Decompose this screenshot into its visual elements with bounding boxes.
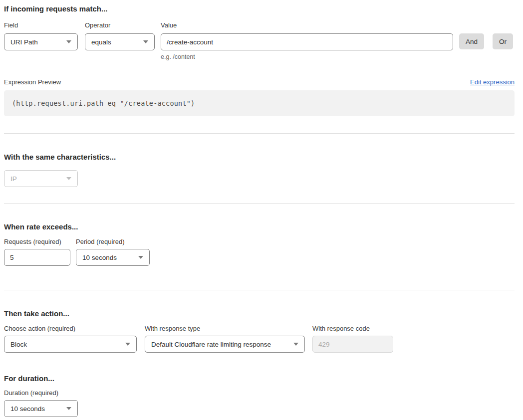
expression-preview-header: Expression Preview Edit expression — [4, 78, 515, 86]
operator-select-value: equals — [91, 38, 111, 46]
action-select-value: Block — [10, 341, 27, 348]
action-controls-row: Choose action (required) Block With resp… — [4, 325, 515, 353]
expression-preview-text: (http.request.uri.path eq "/create-accou… — [12, 99, 195, 107]
period-select-value: 10 seconds — [82, 254, 117, 261]
caret-down-icon — [66, 407, 71, 410]
or-button[interactable]: Or — [493, 33, 513, 49]
operator-label: Operator — [85, 21, 155, 29]
characteristic-select-value: IP — [10, 175, 17, 183]
period-label: Period (required) — [76, 238, 150, 246]
section-divider — [4, 203, 515, 204]
and-button[interactable]: And — [459, 33, 484, 49]
section-heading-rate: When rate exceeds... — [4, 222, 515, 232]
section-heading-action: Then take action... — [4, 309, 515, 319]
edit-expression-link[interactable]: Edit expression — [470, 78, 515, 86]
response-code-input[interactable] — [312, 336, 393, 353]
connector-buttons: And Or — [459, 33, 513, 49]
response-code-label: With response code — [312, 325, 393, 333]
caret-down-icon — [143, 40, 148, 43]
caret-down-icon — [66, 40, 71, 43]
duration-select-value: 10 seconds — [10, 405, 45, 413]
section-heading-duration: For duration... — [4, 374, 515, 384]
section-heading-incoming-requests: If incoming requests match... — [4, 4, 515, 14]
choose-action-label: Choose action (required) — [4, 325, 137, 333]
field-label: Field — [4, 21, 78, 29]
expression-preview-label: Expression Preview — [4, 78, 61, 86]
action-select[interactable]: Block — [4, 336, 137, 353]
section-divider — [4, 133, 515, 134]
caret-down-icon — [293, 343, 298, 346]
response-type-select-value: Default Cloudflare rate limiting respons… — [151, 341, 271, 348]
rate-controls-row: Requests (required) Period (required) 10… — [4, 238, 515, 266]
field-select-value: URI Path — [10, 38, 38, 46]
rate-limiting-rule-form: If incoming requests match... Field URI … — [4, 4, 515, 417]
value-input[interactable] — [161, 33, 453, 50]
field-select[interactable]: URI Path — [4, 33, 78, 50]
response-type-select[interactable]: Default Cloudflare rate limiting respons… — [145, 336, 305, 353]
match-expression-row: Field URI Path Operator equals Value e.g… — [4, 21, 515, 61]
expression-preview-box: (http.request.uri.path eq "/create-accou… — [4, 90, 515, 116]
characteristic-select[interactable]: IP — [4, 170, 78, 187]
value-helper-text: e.g. /content — [161, 53, 453, 61]
duration-select[interactable]: 10 seconds — [4, 400, 78, 417]
section-divider — [4, 290, 515, 290]
response-type-label: With response type — [145, 325, 305, 333]
duration-label: Duration (required) — [4, 389, 78, 397]
caret-down-icon — [125, 343, 130, 346]
operator-select[interactable]: equals — [85, 33, 155, 50]
requests-label: Requests (required) — [4, 238, 70, 246]
caret-down-icon — [66, 177, 71, 180]
requests-input[interactable] — [4, 249, 70, 266]
caret-down-icon — [138, 256, 143, 259]
section-heading-characteristics: With the same characteristics... — [4, 152, 515, 162]
period-select[interactable]: 10 seconds — [76, 249, 150, 266]
value-label: Value — [161, 21, 453, 29]
